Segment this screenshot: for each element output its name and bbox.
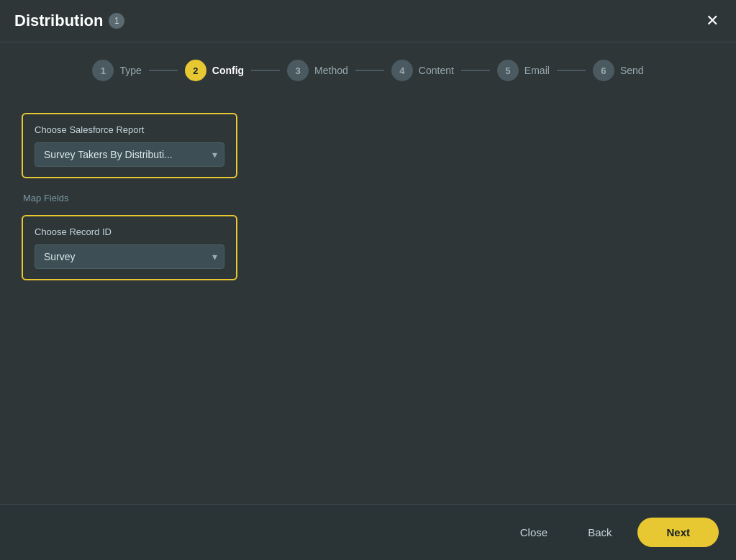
step-1: 1 Type <box>92 60 141 81</box>
step-6-circle: 6 <box>593 60 614 81</box>
step-4-label: Content <box>419 65 454 76</box>
step-divider-2 <box>251 70 280 71</box>
step-divider-4 <box>461 70 490 71</box>
modal: Distribution 1 ✕ 1 Type 2 Config 3 Metho… <box>0 0 736 560</box>
step-3: 3 Method <box>287 60 348 81</box>
step-3-label: Method <box>314 65 348 76</box>
salesforce-report-label: Choose Salesforce Report <box>35 124 224 135</box>
step-3-circle: 3 <box>287 60 309 81</box>
step-6-label: Send <box>620 65 644 76</box>
modal-step-badge: 1 <box>109 13 124 29</box>
modal-footer: Close Back Next <box>0 504 736 560</box>
step-2: 2 Config <box>185 60 244 81</box>
close-button[interactable]: Close <box>506 519 562 546</box>
step-6: 6 Send <box>593 60 644 81</box>
back-button[interactable]: Back <box>573 519 626 546</box>
modal-header: Distribution 1 ✕ <box>0 0 736 42</box>
step-5-label: Email <box>524 65 550 76</box>
step-2-circle: 2 <box>185 60 206 81</box>
record-id-select-wrapper[interactable]: Survey <box>35 244 224 269</box>
step-1-circle: 1 <box>92 60 114 81</box>
record-id-select[interactable]: Survey <box>35 244 224 269</box>
step-divider-5 <box>557 70 586 71</box>
step-4: 4 Content <box>391 60 454 81</box>
step-5-circle: 5 <box>497 60 519 81</box>
map-fields-label: Map Fields <box>22 193 714 203</box>
step-4-circle: 4 <box>391 60 413 81</box>
step-divider-3 <box>355 70 384 71</box>
step-1-label: Type <box>119 65 141 76</box>
modal-title-area: Distribution 1 <box>14 12 124 30</box>
next-button[interactable]: Next <box>637 518 719 547</box>
salesforce-report-select[interactable]: Survey Takers By Distributi... <box>35 142 224 167</box>
record-id-section: Choose Record ID Survey <box>22 215 237 280</box>
close-icon[interactable]: ✕ <box>703 10 722 32</box>
salesforce-report-section: Choose Salesforce Report Survey Takers B… <box>22 113 237 178</box>
step-2-label: Config <box>212 65 244 76</box>
modal-title: Distribution <box>14 12 103 30</box>
stepper: 1 Type 2 Config 3 Method 4 Content 5 Ema… <box>0 42 736 98</box>
record-id-label: Choose Record ID <box>35 226 224 237</box>
modal-content: Choose Salesforce Report Survey Takers B… <box>0 98 736 504</box>
step-5: 5 Email <box>497 60 550 81</box>
salesforce-report-select-wrapper[interactable]: Survey Takers By Distributi... <box>35 142 224 167</box>
step-divider-1 <box>149 70 178 71</box>
